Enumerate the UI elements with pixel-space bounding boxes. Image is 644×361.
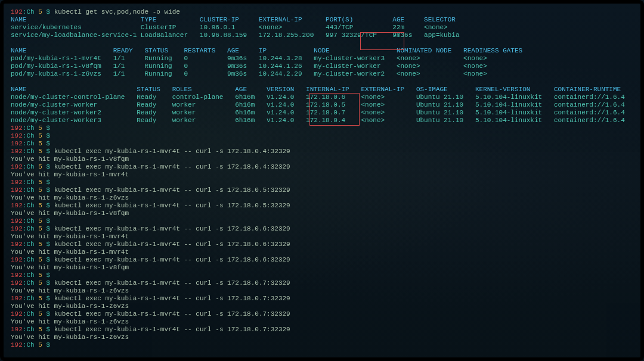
curl-cmd-line: 192:Ch 5 $ kubectl exec my-kubia-rs-1-mv… [11,256,633,264]
curl-cmd-line: 192:Ch 5 $ kubectl exec my-kubia-rs-1-mv… [11,295,633,303]
pod-row: pod/my-kubia-rs-1-mvr4t 1/1 Running 0 9m… [11,55,633,63]
prompt-line: 192:Ch 5 $ [11,217,633,225]
pod-row: pod/my-kubia-rs-1-v8fqm 1/1 Running 0 9m… [11,63,633,70]
node-row: node/my-cluster-control-plane Ready cont… [11,94,633,101]
prompt-line: 192:Ch 5 $ [11,125,633,132]
curl-output: You've hit my-kubia-rs-1-z6vzs [11,318,633,326]
curl-cmd-line: 192:Ch 5 $ kubectl exec my-kubia-rs-1-mv… [11,326,633,334]
prompt-dollar: $ [42,8,54,15]
prompt-line: 192:Ch 5 $ [11,179,633,186]
prompt-sep: :Ch [23,8,38,15]
curl-output: You've hit my-kubia-rs-1-z6vzs [11,334,633,341]
prompt-line[interactable]: 192:Ch 5 $ [11,341,633,349]
prompt-dollar: $ [42,341,54,348]
node-header: NAME STATUS ROLES AGE VERSION INTERNAL-I… [11,86,633,94]
pod-row: pod/my-kubia-rs-1-z6vzs 1/1 Running 0 9m… [11,70,633,78]
curl-output: You've hit my-kubia-rs-1-mvr4t [11,233,633,241]
svc-row: service/kubernetes ClusterIP 10.96.0.1 <… [11,24,633,32]
curl-output: You've hit my-kubia-rs-1-z6vzs [11,303,633,310]
node-row: node/my-cluster-worker2 Ready worker 6h1… [11,109,633,117]
prompt-ch: 5 [38,8,42,15]
node-row: node/my-cluster-worker3 Ready worker 6h1… [11,117,633,125]
blank [11,78,633,86]
curl-cmd-line: 192:Ch 5 $ kubectl exec my-kubia-rs-1-mv… [11,163,633,171]
prompt-line: 192:Ch 5 $ [11,132,633,140]
svc-header: NAME TYPE CLUSTER-IP EXTERNAL-IP PORT(S)… [11,16,633,24]
curl-cmd-line: 192:Ch 5 $ kubectl exec my-kubia-rs-1-mv… [11,310,633,318]
prompt-line: 192:Ch 5 $ [11,140,633,148]
curl-cmd-line: 192:Ch 5 $ kubectl exec my-kubia-rs-1-mv… [11,241,633,248]
pod-header: NAME READY STATUS RESTARTS AGE IP NODE N… [11,47,633,55]
node-row: node/my-cluster-worker Ready worker 6h16… [11,101,633,109]
svc-row: service/my-loadbalance-service-1 LoadBal… [11,32,633,39]
curl-cmd-line: 192:Ch 5 $ kubectl exec my-kubia-rs-1-mv… [11,202,633,210]
curl-cmd-line: 192:Ch 5 $ kubectl exec my-kubia-rs-1-mv… [11,148,633,155]
curl-output: You've hit my-kubia-rs-1-z6vzs [11,194,633,202]
curl-cmd-line: 192:Ch 5 $ kubectl exec my-kubia-rs-1-mv… [11,279,633,287]
prompt-host: 192 [11,341,23,348]
curl-output: You've hit my-kubia-rs-1-z6vzs [11,287,633,295]
terminal[interactable]: 192:Ch 5 $ kubectl get svc,pod,node -o w… [11,8,633,349]
curl-cmd-line: 192:Ch 5 $ kubectl exec my-kubia-rs-1-mv… [11,225,633,233]
curl-output: You've hit my-kubia-rs-1-mvr4t [11,171,633,179]
prompt-ch: 5 [38,341,42,348]
curl-output: You've hit my-kubia-rs-1-v8fqm [11,264,633,272]
curl-cmd-line: 192:Ch 5 $ kubectl exec my-kubia-rs-1-mv… [11,186,633,194]
prompt-host: 192 [11,8,23,15]
curl-output: You've hit my-kubia-rs-1-mvr4t [11,248,633,256]
curl-output: You've hit my-kubia-rs-1-v8fqm [11,155,633,163]
curl-output: You've hit my-kubia-rs-1-v8fqm [11,210,633,217]
blank [11,39,633,47]
prompt-line: 192:Ch 5 $ [11,272,633,279]
prompt-line: 192:Ch 5 $ kubectl get svc,pod,node -o w… [11,8,633,16]
prompt-sep: :Ch [23,341,38,348]
cmd-kubectl-get: kubectl get svc,pod,node -o wide [54,8,180,15]
